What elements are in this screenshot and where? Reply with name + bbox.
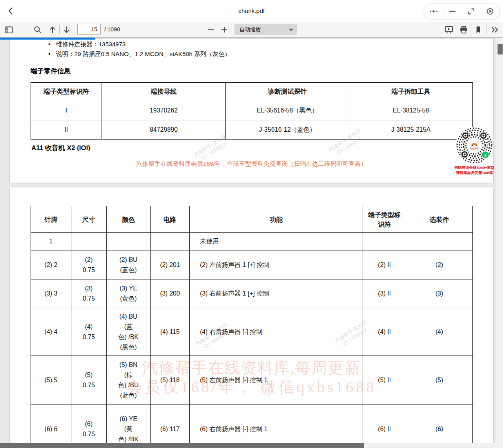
more-options-button[interactable] [424,4,443,19]
minus-icon [207,25,215,34]
record-target-button[interactable] [481,4,499,19]
table-cell [406,233,473,250]
table-row: I 19370262 EL-35616-58（黑色） EL-38125-58 [31,101,473,120]
column-header: 颜色 [107,206,151,233]
table-cell: (5) [406,356,473,405]
table-cell: (5) BN (棕 色) /BU (蓝色) [107,356,151,405]
circle-dot-icon [485,7,495,16]
ellipsis-icon [429,7,439,16]
arrow-down-icon [62,25,71,34]
restore-window-button[interactable] [462,4,481,19]
table-cell [107,233,151,250]
bullet-list: 维修件连接器：13534973 说明：29 路插座0.5 NANO、1.2 MC… [47,39,231,59]
table-cell: 未使用 [190,233,363,250]
table-row: 1 未使用 [31,233,473,250]
table-cell: (4) 4 [31,308,71,356]
table-cell: (2) 0.75 [71,250,107,279]
table-cell: (3) [406,279,473,308]
horizontal-scrollbar-thumb[interactable] [0,443,364,448]
terminal-parts-table: 端子类型标识符 端接导线 诊断测试探针 端子拆卸工具 I 19370262 EL… [31,82,473,140]
table-row: (2) 2 (2) 0.75 (2) BU (蓝色) (2) 201 (2) 左… [31,250,473,279]
printer-icon [459,25,468,34]
table-row: (5) 5 (5) 0.75 (5) BN (棕 色) /BU (蓝色) (5)… [31,356,473,405]
table-cell [363,233,406,250]
toolbar-divider [59,25,60,34]
table-cell: (6) 117 [151,405,190,448]
table-cell: II [31,120,102,140]
vertical-scrollbar-track[interactable] [496,38,503,448]
table-cell: (2) 201 [151,250,190,279]
table-cell: (2) BU (蓝色) [107,250,151,279]
pdf-page-2: 针脚 尺寸 颜色 电路 功能 端子类型标 识符 选装件 1 未使用 (2) 2 … [10,187,493,448]
column-header: 针脚 [31,206,71,233]
table-row: (3) 3 (3) 0.75 (3) YE (黄色) (3) 200 (3) 右… [31,279,473,308]
table-cell: (6) 右前扬声器 [-] 控制 1 [190,405,363,448]
search-icon [33,25,42,34]
connector-pinout-table: 针脚 尺寸 颜色 电路 功能 端子类型标 识符 选装件 1 未使用 (2) 2 … [31,206,473,448]
table-cell: (2) II [363,250,406,279]
search-button[interactable] [32,24,43,35]
vertical-scrollbar-thumb[interactable] [498,44,503,54]
table-cell [151,233,190,250]
bookmark-current-view-button[interactable] [473,24,484,35]
svg-text:汽修帮手: 汽修帮手 [470,147,479,150]
zoom-mode-label: 自动缩放 [234,26,261,33]
table-cell: (3) 右前扬声器 1 [+] 控制 [190,279,363,308]
column-header: 端子类型标 识符 [363,206,406,233]
toolbar-divider [217,25,217,34]
table-header-row: 针脚 尺寸 颜色 电路 功能 端子类型标 识符 选装件 [31,206,473,233]
table-row: (4) 4 (4) 0.75 (4) BU (蓝 色) /BK (黑色) (4)… [31,308,473,356]
qr-caption: 扫码查询全球5000+车型 资料库会员仅需168/年 [443,165,503,175]
more-tools-button[interactable] [489,24,500,35]
pdf-page-1: 维修件连接器：13534973 说明：29 路插座0.5 NANO、1.2 MC… [10,39,493,183]
table-cell: (5) II [363,356,406,405]
table-cell: EL-35616-58（黑色） [226,101,349,120]
horizontal-scrollbar-track[interactable] [0,443,496,448]
window-controls [424,4,500,19]
table-cell: (6) 0.75 [71,405,107,448]
wechat-miniprogram-qr-code: 汽修帮手 S [455,126,494,165]
print-button[interactable] [458,24,469,35]
table-cell: (6) YE (黄 色) /BK [107,405,151,448]
column-header: 电路 [151,206,190,233]
app-titlebar: chunk.pdf [0,0,503,22]
table-cell: 1 [31,233,71,250]
double-chevron-right-icon [490,25,499,34]
presentation-mode-button[interactable] [443,24,454,35]
table-cell: J-35616-12（蓝色） [226,120,349,140]
table-cell: (6) [406,405,473,448]
table-cell: (6) II [363,405,406,448]
page-number-input[interactable] [77,24,101,35]
table-cell: (5) 左前扬声器 [-] 控制 1 [190,356,363,405]
zoom-out-button[interactable] [205,24,216,35]
column-header: 端子拆卸工具 [349,83,473,101]
table-cell: (5) 118 [151,356,190,405]
table-cell: (4) II [363,308,406,356]
zoom-mode-select[interactable]: 自动缩放 [234,24,297,35]
table-cell: (5) 0.75 [71,356,107,405]
table-row: II 84729890 J-35616-12（蓝色） J-38125-215A [31,120,473,140]
column-header: 端子类型标识符 [31,83,102,101]
pdf-viewer-area: 维修件连接器：13534973 说明：29 路插座0.5 NANO、1.2 MC… [0,38,503,448]
chevron-down-icon [289,27,294,32]
table-cell: (4) 115 [151,308,190,356]
table-cell: (2) 2 [31,250,71,279]
presentation-icon [444,25,454,34]
column-header: 诊断测试探针 [226,83,349,101]
zoom-in-button[interactable] [219,24,230,35]
sidebar-toggle-button[interactable] [3,24,14,35]
restore-icon [467,7,476,16]
bullet-item: 说明：29 路插座0.5 NANO、1.2 MCON、stAK50h 系列（灰色… [47,49,231,59]
previous-page-button[interactable] [47,24,58,35]
minimize-button[interactable] [443,4,462,19]
table-cell: I [31,101,102,120]
table-cell: (3) 200 [151,279,190,308]
table-cell: (4) 右后扬声器 [-] 控制 [190,308,363,356]
page-count-label: / 1090 [104,22,120,37]
loading-progress-bar [0,38,95,40]
next-page-button[interactable] [61,24,72,35]
table-cell: EL-38125-58 [349,101,473,120]
table-cell [71,233,107,250]
table-cell: (4) BU (蓝 色) /BK (黑色) [107,308,151,356]
table-cell: (2) 左前扬声器 1 [+] 控制 [190,250,363,279]
